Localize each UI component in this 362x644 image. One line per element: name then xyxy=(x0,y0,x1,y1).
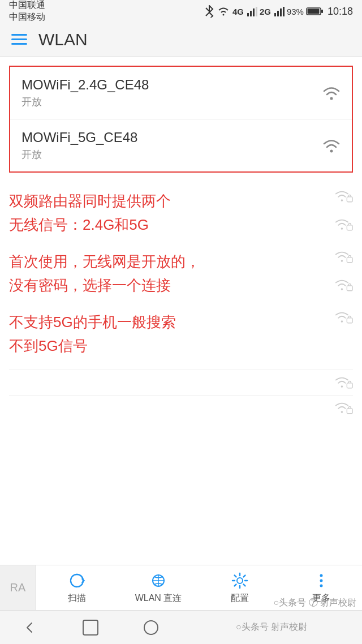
wifi-locked-icon-7 xyxy=(335,400,353,416)
carrier-info: 中国联通 中国移动 xyxy=(9,0,45,23)
svg-rect-0 xyxy=(247,13,249,16)
svg-rect-22 xyxy=(347,318,352,323)
wifi-locked-icon-2 xyxy=(335,217,353,233)
svg-point-15 xyxy=(341,227,343,230)
scan-icon xyxy=(67,571,87,590)
toolbar-scan[interactable]: 扫描 xyxy=(36,571,118,604)
circle-icon xyxy=(143,620,159,636)
svg-point-13 xyxy=(341,199,343,201)
nav-watermark-area: ○头条号 射声校尉 xyxy=(181,611,362,644)
wifi-locked-icon-1 xyxy=(335,188,353,204)
svg-point-30 xyxy=(320,579,323,582)
toolbar-more[interactable]: 更多 xyxy=(281,571,362,604)
annotation-row-3: 不支持5G的手机一般搜索不到5G信号 xyxy=(0,303,362,363)
wifi-signal-icon-24g xyxy=(322,85,341,101)
svg-point-23 xyxy=(341,385,343,388)
svg-rect-5 xyxy=(277,11,279,16)
svg-rect-9 xyxy=(307,9,319,14)
settings-label: 配置 xyxy=(231,593,249,604)
wifi-name-5g: MOWiFi_5G_CE48 xyxy=(21,130,137,145)
bluetooth-icon xyxy=(204,5,214,18)
menu-line-1 xyxy=(11,34,27,36)
nav-home-button[interactable] xyxy=(61,611,121,644)
status-bar: 中国联通 中国移动 4G 2G 93% xyxy=(0,0,362,23)
nav-watermark-text: ○头条号 射声校尉 xyxy=(236,621,307,633)
svg-point-12 xyxy=(330,150,333,153)
wlan-direct-label: WLAN 直连 xyxy=(135,593,182,604)
svg-rect-20 xyxy=(347,286,352,291)
svg-point-31 xyxy=(320,585,323,587)
annotation-text-1: 双频路由器同时提供两个无线信号：2.4G和5G xyxy=(9,184,335,242)
menu-line-2 xyxy=(11,38,27,40)
menu-button[interactable] xyxy=(11,34,27,45)
annotation-text-3: 不支持5G的手机一般搜索不到5G信号 xyxy=(9,305,335,363)
svg-rect-16 xyxy=(347,225,352,230)
bottom-toolbar: RA 扫描 WLAN 直连 配置 xyxy=(0,565,362,610)
nav-back-button[interactable] xyxy=(0,611,61,644)
annotation-row-2: 首次使用，无线网是开放的，没有密码，选择一个连接 xyxy=(0,242,362,303)
signal-4g: 4G xyxy=(232,7,244,16)
carrier1: 中国联通 xyxy=(9,0,45,11)
battery-icon xyxy=(306,7,323,16)
wlan-direct-icon xyxy=(149,571,168,590)
settings-icon xyxy=(230,571,249,590)
scan-label: 扫描 xyxy=(68,593,86,604)
svg-point-29 xyxy=(320,574,323,577)
page-content: MOWiFi_2.4G_CE48 开放 MOWiFi_5G_CE48 开放 xyxy=(0,57,362,565)
wifi-name-24g: MOWiFi_2.4G_CE48 xyxy=(21,77,149,93)
wifi-item-extra-2 xyxy=(9,395,353,420)
back-icon xyxy=(23,621,37,634)
battery-percent: 93% xyxy=(287,7,304,16)
wifi-item-5g[interactable]: MOWiFi_5G_CE48 开放 xyxy=(10,119,352,171)
annotation-2: 首次使用，无线网是开放的，没有密码，选择一个连接 xyxy=(9,244,335,303)
more-icon xyxy=(312,571,331,590)
wifi-locked-icon-3 xyxy=(335,249,353,265)
wifi-status-icon xyxy=(217,6,230,17)
annotation-row-1: 双频路由器同时提供两个无线信号：2.4G和5G xyxy=(0,182,362,242)
page-title: WLAN xyxy=(38,30,88,49)
wifi-info-5g: MOWiFi_5G_CE48 开放 xyxy=(21,130,137,161)
wifi-locked-icon-5 xyxy=(335,310,353,325)
toolbar-settings[interactable]: 配置 xyxy=(199,571,281,604)
status-icons: 4G 2G 93% 10:18 xyxy=(204,5,353,18)
svg-point-17 xyxy=(341,260,343,263)
other-wifi-icons-2 xyxy=(335,244,353,293)
carrier2: 中国移动 xyxy=(9,11,45,23)
annotation-3: 不支持5G的手机一般搜索不到5G信号 xyxy=(9,305,335,363)
wifi-item-extra-1 xyxy=(9,370,353,395)
wifi-item-24g[interactable]: MOWiFi_2.4G_CE48 开放 xyxy=(10,67,352,119)
signal-2g: 2G xyxy=(260,7,271,16)
signal-bars-1 xyxy=(246,6,257,16)
other-wifi-icons-1 xyxy=(335,184,353,233)
home-square-icon xyxy=(83,620,98,636)
svg-rect-14 xyxy=(347,197,352,202)
svg-point-25 xyxy=(341,411,343,413)
nav-recents-button[interactable] xyxy=(120,611,181,644)
wifi-info-24g: MOWiFi_2.4G_CE48 开放 xyxy=(21,77,149,109)
partial-label: RA xyxy=(10,581,26,594)
header: WLAN xyxy=(0,23,362,57)
svg-rect-3 xyxy=(256,7,257,16)
other-wifi-icons-3 xyxy=(335,305,353,325)
time: 10:18 xyxy=(327,6,353,18)
toolbar-wlan-direct[interactable]: WLAN 直连 xyxy=(118,571,199,604)
annotation-text-2: 首次使用，无线网是开放的，没有密码，选择一个连接 xyxy=(9,244,335,303)
more-label: 更多 xyxy=(312,593,330,604)
system-nav-bar: ○头条号 射声校尉 xyxy=(0,610,362,644)
wifi-status-5g: 开放 xyxy=(21,148,137,161)
remaining-wifi-items xyxy=(0,364,362,426)
left-partial-item: RA xyxy=(0,565,36,610)
svg-point-19 xyxy=(341,289,343,291)
svg-rect-6 xyxy=(280,8,282,16)
menu-line-3 xyxy=(11,43,27,45)
signal-bars-2 xyxy=(273,6,285,16)
svg-rect-4 xyxy=(274,13,276,16)
wifi-locked-icon-4 xyxy=(335,277,353,293)
svg-rect-24 xyxy=(347,383,352,388)
annotation-1: 双频路由器同时提供两个无线信号：2.4G和5G xyxy=(9,184,335,242)
svg-point-11 xyxy=(330,97,333,100)
svg-rect-18 xyxy=(347,257,352,263)
wifi-highlighted-box: MOWiFi_2.4G_CE48 开放 MOWiFi_5G_CE48 开放 xyxy=(9,66,353,173)
svg-rect-2 xyxy=(253,8,255,16)
wifi-signal-icon-5g xyxy=(322,138,341,153)
